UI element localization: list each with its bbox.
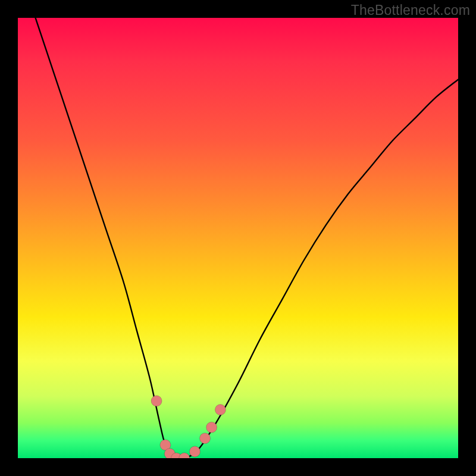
chart-frame: TheBottleneck.com (0, 0, 476, 476)
curve-svg (18, 18, 458, 458)
attribution-text: TheBottleneck.com (351, 2, 470, 18)
plot-area (18, 18, 458, 458)
data-point (215, 405, 226, 415)
data-point (151, 396, 162, 406)
bottleneck-curve (36, 18, 458, 458)
data-point (200, 433, 211, 444)
data-point (189, 446, 200, 457)
data-point (179, 453, 190, 458)
data-point (206, 422, 217, 433)
data-points (151, 396, 226, 458)
